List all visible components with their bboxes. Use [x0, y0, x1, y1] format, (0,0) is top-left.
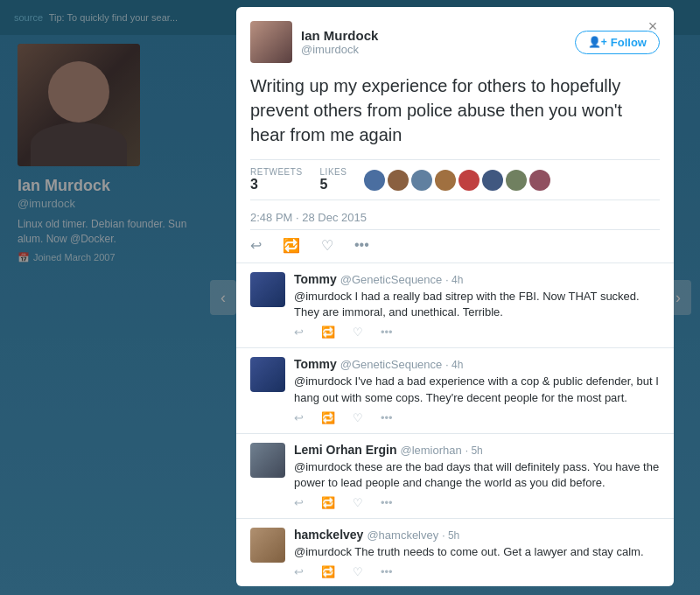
retweet-icon[interactable]: 🔁	[283, 237, 300, 254]
reply-avatar-lemi	[250, 443, 285, 478]
reply-like-icon[interactable]: ♡	[353, 565, 363, 578]
liker-avatar-7	[506, 170, 527, 191]
reply-retweet-icon[interactable]: 🔁	[321, 411, 335, 424]
reply-reply-icon[interactable]: ↩	[294, 496, 304, 509]
reply-name: Tommy	[294, 357, 337, 371]
reply-time: · 5h	[442, 529, 459, 542]
person-plus-icon: 👤+	[588, 36, 607, 48]
retweets-label: RETWEETS	[250, 167, 303, 177]
reply-time: · 5h	[466, 444, 483, 457]
reply-retweet-icon[interactable]: 🔁	[321, 565, 335, 578]
reply-avatar-tommy2	[250, 357, 285, 392]
reply-reply-icon[interactable]: ↩	[294, 411, 304, 424]
tweet-author-handle: @imurdock	[301, 43, 575, 56]
main-tweet-section: Ian Murdock @imurdock 👤+ Follow Writing …	[236, 7, 674, 263]
reply-more-icon[interactable]: •••	[381, 411, 393, 424]
tweet-avatar-img	[250, 21, 292, 63]
tweet-modal: × Ian Murdock @imurdock 👤+ Follow Writin…	[236, 7, 674, 586]
reply-name: Lemi Orhan Ergin	[294, 443, 396, 457]
retweets-value: 3	[250, 177, 303, 192]
reply-content-tommy2: Tommy @GeneticSequence · 4h @imurdock I'…	[294, 357, 660, 424]
reply-time: · 4h	[445, 359, 463, 371]
reply-icon[interactable]: ↩	[250, 237, 262, 254]
reply-more-icon[interactable]: •••	[381, 496, 393, 509]
liker-avatar-8	[529, 170, 550, 191]
reply-header: Lemi Orhan Ergin @lemiorhan · 5h	[294, 443, 660, 457]
reply-name: hamckelvey	[294, 528, 363, 542]
reply-handle: @GeneticSequence	[340, 358, 443, 371]
reply-retweet-icon[interactable]: 🔁	[321, 326, 335, 339]
tweet-stats-row: RETWEETS 3 LIKES 5	[250, 159, 660, 200]
reply-like-icon[interactable]: ♡	[353, 496, 363, 509]
reply-header: Tommy @GeneticSequence · 4h	[294, 272, 660, 286]
likes-value: 5	[320, 177, 347, 192]
replies-container: Tommy @GeneticSequence · 4h @imurdock I …	[236, 263, 674, 586]
more-icon[interactable]: •••	[354, 237, 369, 254]
likes-stat: LIKES 5	[320, 167, 347, 192]
reply-item: Tommy @GeneticSequence · 4h @imurdock I'…	[236, 348, 674, 433]
reply-item: Lemi Orhan Ergin @lemiorhan · 5h @imurdo…	[236, 434, 674, 519]
reply-name: Tommy	[294, 272, 337, 286]
main-tweet-text: Writing up my experience for others to h…	[250, 74, 660, 147]
tweet-timestamp: 2:48 PM · 28 Dec 2015	[250, 206, 660, 230]
liker-avatar-6	[482, 170, 503, 191]
likes-label: LIKES	[320, 167, 347, 177]
reply-item: Tommy @GeneticSequence · 4h @imurdock I …	[236, 263, 674, 348]
reply-avatar-ham	[250, 528, 285, 563]
tweet-author-name: Ian Murdock	[301, 28, 575, 43]
reply-text: @imurdock I've had a bad experience with…	[294, 374, 660, 405]
reply-reply-icon[interactable]: ↩	[294, 565, 304, 578]
reply-retweet-icon[interactable]: 🔁	[321, 496, 335, 509]
liker-avatar-5	[458, 170, 480, 191]
likers-avatar-row	[364, 170, 550, 191]
reply-text: @imurdock The truth needs to come out. G…	[294, 544, 660, 560]
reply-actions: ↩ 🔁 ♡ •••	[294, 496, 660, 509]
liker-avatar-1	[364, 170, 385, 191]
reply-item: hamckelvey @hamckelvey · 5h @imurdock Th…	[236, 519, 674, 586]
close-button[interactable]: ×	[642, 16, 663, 37]
retweets-stat: RETWEETS 3	[250, 167, 303, 192]
liker-avatar-3	[411, 170, 432, 191]
liker-avatar-4	[435, 170, 456, 191]
reply-header: Tommy @GeneticSequence · 4h	[294, 357, 660, 371]
reply-handle: @hamckelvey	[367, 528, 438, 542]
reply-actions: ↩ 🔁 ♡ •••	[294, 565, 660, 578]
tweet-author-row: Ian Murdock @imurdock 👤+ Follow	[250, 21, 660, 63]
follow-label: Follow	[611, 36, 647, 49]
liker-avatar-2	[388, 170, 409, 191]
reply-avatar-tommy1	[250, 272, 285, 307]
reply-content-tommy1: Tommy @GeneticSequence · 4h @imurdock I …	[294, 272, 660, 339]
reply-time: · 4h	[445, 274, 463, 286]
reply-actions: ↩ 🔁 ♡ •••	[294, 411, 660, 424]
tweet-author-avatar	[250, 21, 292, 63]
reply-text: @imurdock I had a really bad sitrep with…	[294, 289, 660, 320]
reply-like-icon[interactable]: ♡	[353, 411, 363, 424]
reply-more-icon[interactable]: •••	[381, 565, 393, 578]
reply-content-lemi: Lemi Orhan Ergin @lemiorhan · 5h @imurdo…	[294, 443, 660, 509]
reply-more-icon[interactable]: •••	[381, 326, 393, 339]
tweet-author-info: Ian Murdock @imurdock	[301, 28, 575, 56]
reply-handle: @GeneticSequence	[340, 273, 443, 286]
reply-like-icon[interactable]: ♡	[353, 326, 363, 339]
reply-handle: @lemiorhan	[400, 444, 461, 457]
like-icon[interactable]: ♡	[321, 237, 333, 254]
tweet-actions: ↩ 🔁 ♡ •••	[250, 230, 660, 262]
reply-reply-icon[interactable]: ↩	[294, 326, 304, 339]
reply-actions: ↩ 🔁 ♡ •••	[294, 326, 660, 339]
reply-content-ham: hamckelvey @hamckelvey · 5h @imurdock Th…	[294, 528, 660, 578]
reply-header: hamckelvey @hamckelvey · 5h	[294, 528, 660, 542]
reply-text: @imurdock these are the bad days that wi…	[294, 459, 660, 491]
